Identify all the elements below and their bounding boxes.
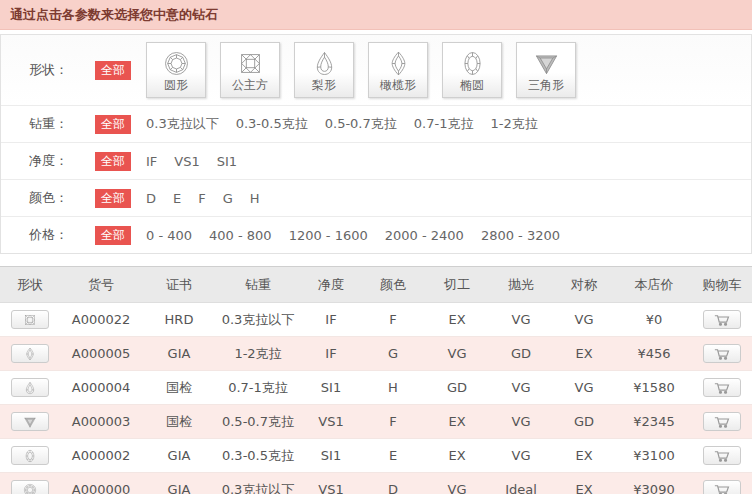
- filter-option-carat-1[interactable]: 0.3-0.5克拉: [236, 115, 308, 133]
- filter-option-price-4[interactable]: 2800 - 3200: [481, 228, 560, 243]
- table-row: A000003国检0.5-0.7克拉VS1FEXVGGD¥2345: [0, 405, 752, 439]
- shape-button-label: 梨形: [312, 79, 336, 91]
- shape-button-label: 圆形: [164, 79, 188, 91]
- filter-label-shape: 形状：: [29, 61, 95, 79]
- filter-option-price-2[interactable]: 1200 - 1600: [289, 228, 368, 243]
- filter-option-price-3[interactable]: 2000 - 2400: [385, 228, 464, 243]
- filter-panel: 形状： 全部 圆形公主方梨形橄榄形椭圆三角形 钻重：全部0.3克拉以下0.3-0…: [0, 34, 752, 254]
- row-shape-button[interactable]: [11, 378, 49, 397]
- filter-option-carat-3[interactable]: 0.7-1克拉: [414, 115, 474, 133]
- cell-item_no: A000022: [60, 303, 142, 337]
- cell-clarity: SI1: [300, 439, 362, 473]
- cell-symmetry: EX: [552, 337, 616, 371]
- results-table: 形状货号证书钻重净度颜色切工抛光对称本店价购物车 A000022HRD0.3克拉…: [0, 267, 752, 494]
- color-all-badge[interactable]: 全部: [95, 189, 131, 208]
- cell-item_no: A000000: [60, 473, 142, 494]
- shape-button-label: 三角形: [528, 79, 564, 91]
- shape-button-pear[interactable]: 梨形: [294, 42, 354, 98]
- row-shape-button[interactable]: [11, 310, 49, 329]
- cell-carat: 0.5-0.7克拉: [216, 405, 300, 439]
- cell-clarity: VS1: [300, 405, 362, 439]
- filter-option-clarity-1[interactable]: VS1: [174, 154, 199, 169]
- cell-clarity: SI1: [300, 371, 362, 405]
- cell-color: F: [362, 303, 424, 337]
- cell-cart: [692, 337, 752, 371]
- cell-cut: VG: [424, 473, 490, 494]
- cell-cut: GD: [424, 371, 490, 405]
- filter-option-carat-0[interactable]: 0.3克拉以下: [146, 115, 219, 133]
- filter-option-price-1[interactable]: 400 - 800: [209, 228, 272, 243]
- cell-price: ¥3100: [616, 439, 692, 473]
- cell-carat: 0.7-1克拉: [216, 371, 300, 405]
- add-to-cart-button[interactable]: [703, 446, 741, 465]
- shape-button-oval[interactable]: 椭圆: [442, 42, 502, 98]
- add-to-cart-button[interactable]: [703, 480, 741, 494]
- filter-option-color-4[interactable]: H: [250, 191, 260, 206]
- cell-cut: EX: [424, 439, 490, 473]
- carat-all-badge[interactable]: 全部: [95, 115, 131, 134]
- shape-button-princess[interactable]: 公主方: [220, 42, 280, 98]
- cell-cut: VG: [424, 337, 490, 371]
- filter-option-color-2[interactable]: F: [198, 191, 205, 206]
- shape-all-badge[interactable]: 全部: [95, 61, 131, 80]
- filter-option-carat-2[interactable]: 0.5-0.7克拉: [325, 115, 397, 133]
- add-to-cart-button[interactable]: [703, 378, 741, 397]
- cell-certificate: 国检: [142, 371, 216, 405]
- shape-button-marquise[interactable]: 橄榄形: [368, 42, 428, 98]
- filter-row-price: 价格：全部0 - 400400 - 8001200 - 16002000 - 2…: [1, 217, 751, 253]
- shape-button-label: 公主方: [232, 79, 268, 91]
- filter-option-color-0[interactable]: D: [146, 191, 156, 206]
- cell-cart: [692, 439, 752, 473]
- filter-option-price-0[interactable]: 0 - 400: [146, 228, 192, 243]
- cell-color: G: [362, 337, 424, 371]
- shape-button-label: 橄榄形: [380, 79, 416, 91]
- filter-option-carat-4[interactable]: 1-2克拉: [490, 115, 537, 133]
- cell-symmetry: VG: [552, 303, 616, 337]
- cell-polish: VG: [490, 439, 552, 473]
- cell-certificate: GIA: [142, 473, 216, 494]
- cart-icon: [714, 416, 731, 428]
- cell-color: D: [362, 473, 424, 494]
- add-to-cart-button[interactable]: [703, 310, 741, 329]
- cell-polish: GD: [490, 337, 552, 371]
- cell-polish: VG: [490, 405, 552, 439]
- column-header-2: 证书: [142, 267, 216, 303]
- cart-icon: [714, 484, 731, 494]
- column-header-1: 货号: [60, 267, 142, 303]
- cell-symmetry: EX: [552, 439, 616, 473]
- filter-option-color-1[interactable]: E: [173, 191, 181, 206]
- princess-shape-icon: [237, 50, 264, 77]
- filter-option-color-3[interactable]: G: [223, 191, 233, 206]
- trillion-shape-icon: [533, 50, 560, 77]
- clarity-all-badge[interactable]: 全部: [95, 152, 131, 171]
- cell-price: ¥456: [616, 337, 692, 371]
- pear-shape-icon: [311, 50, 338, 77]
- filter-option-clarity-0[interactable]: IF: [146, 154, 157, 169]
- filter-row-shape: 形状： 全部 圆形公主方梨形橄榄形椭圆三角形: [1, 35, 751, 106]
- cell-price: ¥2345: [616, 405, 692, 439]
- cell-symmetry: GD: [552, 405, 616, 439]
- row-shape-button[interactable]: [11, 446, 49, 465]
- cell-cart: [692, 405, 752, 439]
- cell-certificate: GIA: [142, 439, 216, 473]
- add-to-cart-button[interactable]: [703, 412, 741, 431]
- shape-button-trillion[interactable]: 三角形: [516, 42, 576, 98]
- cell-item_no: A000004: [60, 371, 142, 405]
- cell-carat: 0.3克拉以下: [216, 303, 300, 337]
- add-to-cart-button[interactable]: [703, 344, 741, 363]
- cell-price: ¥3090: [616, 473, 692, 494]
- marquise-shape-icon: [385, 50, 412, 77]
- column-header-7: 抛光: [490, 267, 552, 303]
- oval-shape-icon: [23, 449, 37, 463]
- trillion-shape-icon: [23, 415, 37, 429]
- shape-button-round[interactable]: 圆形: [146, 42, 206, 98]
- filter-option-clarity-2[interactable]: SI1: [217, 154, 237, 169]
- row-shape-button[interactable]: [11, 344, 49, 363]
- cell-cut: EX: [424, 303, 490, 337]
- row-shape-button[interactable]: [11, 480, 49, 494]
- cell-cart: [692, 303, 752, 337]
- column-header-0: 形状: [0, 267, 60, 303]
- row-shape-button[interactable]: [11, 412, 49, 431]
- price-all-badge[interactable]: 全部: [95, 226, 131, 245]
- cell-color: E: [362, 439, 424, 473]
